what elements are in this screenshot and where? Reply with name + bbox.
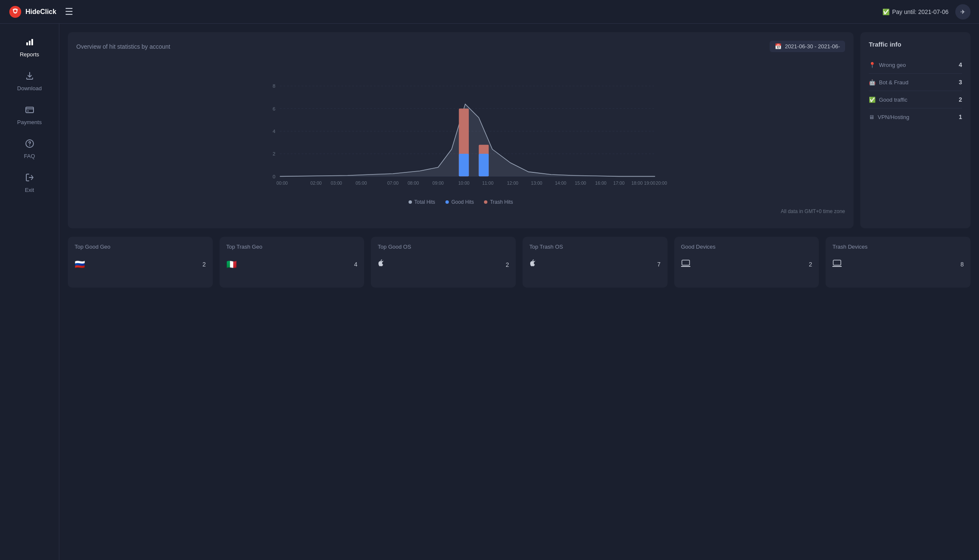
trash-devices-count: 8 bbox=[960, 261, 964, 268]
traffic-info-card: Traffic info 📍 Wrong geo 4 🤖 Bot & Fraud… bbox=[860, 32, 971, 228]
svg-text:09:00: 09:00 bbox=[432, 180, 444, 186]
svg-rect-20 bbox=[459, 154, 469, 176]
traffic-bot-fraud-left: 🤖 Bot & Fraud bbox=[869, 79, 908, 86]
top-good-os-title: Top Good OS bbox=[378, 244, 509, 250]
svg-text:11:00: 11:00 bbox=[482, 180, 494, 186]
top-good-geo-card: Top Good Geo 🇷🇺 2 bbox=[68, 237, 213, 288]
date-picker[interactable]: 📅 2021-06-30 - 2021-06- bbox=[770, 41, 845, 52]
laptop-trash-icon bbox=[832, 259, 842, 269]
content: Overview of hit statistics by account 📅 … bbox=[59, 24, 979, 560]
calendar-icon: 📅 bbox=[775, 43, 782, 50]
legend-trash-label: Trash Hits bbox=[490, 199, 513, 205]
trash-devices-title: Trash Devices bbox=[832, 244, 964, 250]
svg-text:20:00: 20:00 bbox=[656, 180, 667, 186]
top-trash-os-card: Top Trash OS 7 bbox=[523, 237, 668, 288]
sidebar-item-reports[interactable]: Reports bbox=[6, 32, 53, 63]
wrong-geo-count: 4 bbox=[959, 61, 962, 68]
top-good-os-count: 2 bbox=[506, 261, 509, 268]
traffic-item-vpn-hosting: 🖥 VPN/Hosting 1 bbox=[869, 108, 962, 125]
svg-text:14:00: 14:00 bbox=[555, 180, 566, 186]
exit-icon bbox=[25, 173, 34, 184]
italy-flag-icon: 🇮🇹 bbox=[226, 259, 237, 269]
legend-trash-hits: Trash Hits bbox=[484, 199, 513, 205]
reports-icon bbox=[25, 37, 34, 49]
top-good-os-row: 2 bbox=[378, 257, 509, 272]
svg-rect-42 bbox=[833, 260, 841, 265]
chart-card: Overview of hit statistics by account 📅 … bbox=[68, 32, 854, 228]
svg-rect-22 bbox=[479, 154, 489, 176]
telegram-icon: ✈ bbox=[960, 8, 965, 15]
svg-rect-3 bbox=[29, 41, 31, 45]
payments-icon bbox=[25, 105, 34, 116]
top-trash-geo-row: 🇮🇹 4 bbox=[226, 257, 358, 272]
sidebar-item-reports-label: Reports bbox=[20, 51, 39, 58]
svg-text:10:00: 10:00 bbox=[458, 180, 470, 186]
svg-text:03:00: 03:00 bbox=[331, 180, 342, 186]
traffic-wrong-geo-left: 📍 Wrong geo bbox=[869, 62, 906, 68]
telegram-button[interactable]: ✈ bbox=[955, 4, 971, 19]
svg-text:12:00: 12:00 bbox=[507, 180, 518, 186]
hamburger-button[interactable]: ☰ bbox=[65, 6, 73, 17]
check-icon: ✅ bbox=[882, 8, 890, 15]
chart-svg: 0 2 4 6 8 bbox=[76, 59, 845, 194]
logo-text: HideClick bbox=[25, 8, 56, 16]
vpn-hosting-label: VPN/Hosting bbox=[878, 114, 909, 120]
good-devices-row-left bbox=[681, 259, 690, 269]
svg-rect-2 bbox=[26, 42, 28, 45]
legend-good-hits: Good Hits bbox=[445, 199, 474, 205]
pay-label: Pay until: 2021-07-06 bbox=[892, 8, 948, 15]
russia-flag-icon: 🇷🇺 bbox=[75, 259, 85, 269]
sidebar-item-faq-label: FAQ bbox=[24, 153, 35, 159]
legend-dot-total bbox=[409, 200, 412, 204]
legend-good-label: Good Hits bbox=[451, 199, 474, 205]
svg-rect-6 bbox=[27, 111, 29, 111]
legend-total-label: Total Hits bbox=[414, 199, 435, 205]
chart-area: 0 2 4 6 8 bbox=[76, 59, 845, 220]
good-devices-row: 2 bbox=[681, 257, 812, 272]
svg-text:6: 6 bbox=[273, 106, 275, 111]
svg-text:18:00: 18:00 bbox=[631, 180, 643, 186]
sidebar: Reports Download Payments bbox=[0, 24, 59, 560]
sidebar-item-faq[interactable]: FAQ bbox=[6, 134, 53, 164]
top-trash-geo-row-left: 🇮🇹 bbox=[226, 259, 237, 269]
top-good-geo-row: 🇷🇺 2 bbox=[75, 257, 206, 272]
good-devices-title: Good Devices bbox=[681, 244, 812, 250]
legend-dot-good bbox=[445, 200, 449, 204]
trash-devices-row: 8 bbox=[832, 257, 964, 272]
pay-badge: ✅ Pay until: 2021-07-06 bbox=[882, 8, 948, 15]
traffic-item-bot-fraud: 🤖 Bot & Fraud 3 bbox=[869, 74, 962, 91]
top-trash-geo-card: Top Trash Geo 🇮🇹 4 bbox=[220, 237, 364, 288]
svg-point-1 bbox=[14, 10, 17, 12]
svg-rect-41 bbox=[682, 260, 690, 265]
top-good-geo-row-left: 🇷🇺 bbox=[75, 259, 85, 269]
legend-dot-trash bbox=[484, 200, 487, 204]
svg-text:16:00: 16:00 bbox=[595, 180, 606, 186]
top-trash-os-row-left bbox=[529, 259, 538, 269]
trash-devices-card: Trash Devices 8 bbox=[826, 237, 971, 288]
svg-rect-4 bbox=[31, 39, 33, 45]
vpn-hosting-icon: 🖥 bbox=[869, 114, 874, 120]
logo: HideClick bbox=[8, 5, 56, 19]
svg-text:08:00: 08:00 bbox=[408, 180, 419, 186]
svg-text:0: 0 bbox=[273, 174, 275, 179]
traffic-item-good-traffic: ✅ Good traffic 2 bbox=[869, 91, 962, 108]
bot-fraud-label: Bot & Fraud bbox=[879, 79, 908, 86]
sidebar-item-exit[interactable]: Exit bbox=[6, 168, 53, 198]
top-trash-geo-count: 4 bbox=[354, 261, 358, 268]
traffic-good-traffic-left: ✅ Good traffic bbox=[869, 97, 907, 103]
svg-text:15:00: 15:00 bbox=[575, 180, 586, 186]
logo-icon bbox=[8, 5, 22, 19]
top-good-geo-title: Top Good Geo bbox=[75, 244, 206, 250]
svg-text:2: 2 bbox=[273, 151, 275, 156]
legend-total-hits: Total Hits bbox=[409, 199, 435, 205]
sidebar-item-download-label: Download bbox=[17, 85, 42, 91]
good-devices-card: Good Devices 2 bbox=[674, 237, 819, 288]
bot-fraud-count: 3 bbox=[959, 79, 962, 86]
topbar: HideClick ☰ ✅ Pay until: 2021-07-06 ✈ bbox=[0, 0, 979, 24]
svg-text:4: 4 bbox=[273, 128, 275, 134]
sidebar-item-download[interactable]: Download bbox=[6, 66, 53, 97]
trash-devices-row-left bbox=[832, 259, 842, 269]
svg-text:05:00: 05:00 bbox=[356, 180, 367, 186]
bottom-cards: Top Good Geo 🇷🇺 2 Top Trash Geo 🇮🇹 4 bbox=[68, 237, 971, 288]
sidebar-item-payments[interactable]: Payments bbox=[6, 100, 53, 130]
